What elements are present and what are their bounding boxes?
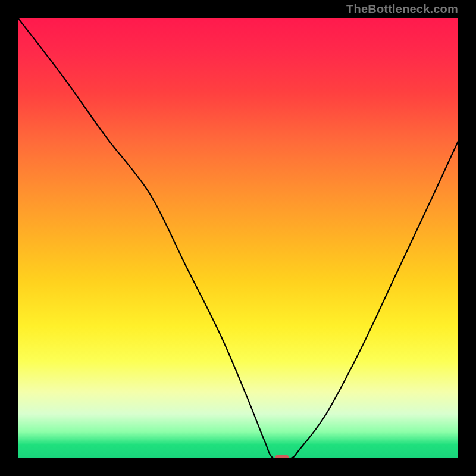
- bottleneck-marker: [275, 455, 289, 458]
- chart-frame: TheBottleneck.com: [0, 0, 476, 476]
- watermark: TheBottleneck.com: [346, 2, 458, 16]
- bottleneck-curve: [18, 18, 458, 458]
- plot-area: [18, 18, 458, 458]
